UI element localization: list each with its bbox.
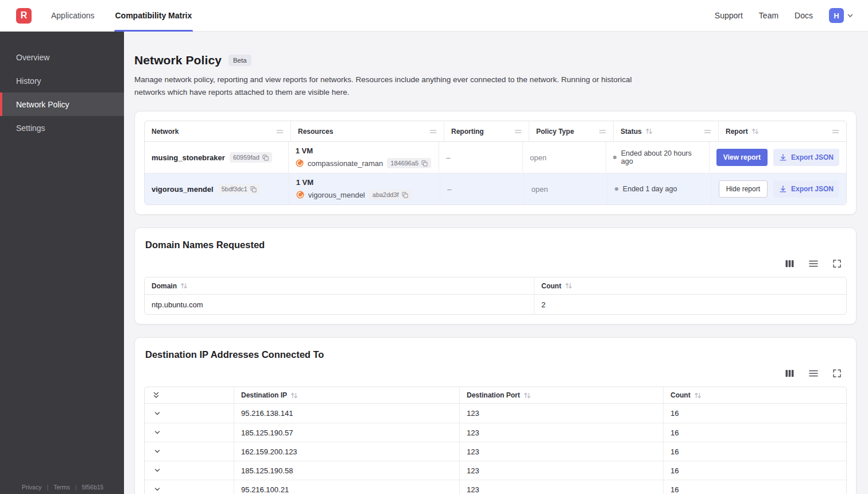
column-header-destination-ip[interactable]: Destination IP bbox=[234, 387, 459, 403]
nav-applications[interactable]: Applications bbox=[51, 0, 95, 32]
row-expander[interactable] bbox=[153, 409, 162, 418]
export-json-label: Export JSON bbox=[791, 185, 834, 193]
column-menu-icon[interactable] bbox=[514, 129, 522, 134]
network-id-badge[interactable]: 60959fad bbox=[230, 152, 272, 163]
sort-icon[interactable] bbox=[180, 283, 188, 289]
export-json-button[interactable]: Export JSON bbox=[773, 180, 839, 198]
column-label: Destination IP bbox=[241, 391, 287, 399]
count-cell: 16 bbox=[663, 461, 846, 480]
column-header-expand-all[interactable] bbox=[145, 387, 234, 403]
chevron-down-icon[interactable] bbox=[154, 448, 161, 455]
sidebar-item-network-policy[interactable]: Network Policy bbox=[0, 92, 124, 116]
report-cell: Hide report Export JSON bbox=[711, 173, 846, 204]
chevron-down-icon[interactable] bbox=[154, 410, 161, 417]
sort-icon[interactable] bbox=[694, 392, 702, 399]
resource-id-badge[interactable]: aba2dd3f bbox=[369, 190, 412, 200]
sort-icon[interactable] bbox=[524, 392, 531, 399]
network-id: 60959fad bbox=[233, 154, 259, 161]
column-header-resources[interactable]: Resources bbox=[290, 121, 444, 141]
expand-cell bbox=[145, 442, 234, 461]
table-row: 185.125.190.58 123 16 bbox=[145, 461, 846, 480]
column-header-policy-type[interactable]: Policy Type bbox=[529, 121, 613, 141]
sidebar-items: Overview History Network Policy Settings bbox=[0, 32, 124, 140]
chevron-down-icon[interactable] bbox=[846, 11, 854, 20]
row-expander[interactable] bbox=[153, 447, 162, 456]
network-id-badge[interactable]: 5bdf3dc1 bbox=[218, 184, 260, 194]
copy-icon[interactable] bbox=[262, 155, 269, 161]
copy-icon[interactable] bbox=[421, 160, 428, 167]
sidebar-item-overview[interactable]: Overview bbox=[0, 45, 124, 69]
nav-support[interactable]: Support bbox=[715, 11, 743, 20]
fullscreen-icon[interactable] bbox=[833, 260, 841, 268]
rows-icon[interactable] bbox=[809, 260, 818, 267]
sidebar-item-settings[interactable]: Settings bbox=[0, 116, 124, 140]
export-json-button[interactable]: Export JSON bbox=[773, 149, 839, 166]
expand-all-icon[interactable] bbox=[153, 391, 160, 399]
column-menu-icon[interactable] bbox=[704, 129, 711, 134]
network-policy-card: Network Resources Reporting Policy Type … bbox=[134, 111, 857, 215]
column-header-count[interactable]: Count bbox=[534, 277, 846, 294]
table-row: 95.216.138.141 123 16 bbox=[145, 404, 846, 423]
chevron-down-icon[interactable] bbox=[154, 486, 161, 493]
column-label: Count bbox=[671, 391, 691, 399]
view-report-button[interactable]: View report bbox=[716, 149, 768, 166]
destination-ip-cell: 185.125.190.58 bbox=[234, 461, 459, 480]
column-menu-icon[interactable] bbox=[276, 129, 284, 134]
sort-icon[interactable] bbox=[290, 392, 298, 399]
column-header-domain[interactable]: Domain bbox=[145, 277, 534, 294]
row-expander[interactable] bbox=[153, 466, 162, 475]
columns-icon[interactable] bbox=[785, 369, 794, 377]
nav-docs[interactable]: Docs bbox=[795, 11, 813, 20]
copy-icon[interactable] bbox=[250, 186, 257, 192]
column-header-network[interactable]: Network bbox=[145, 121, 290, 141]
destination-ip-cell: 95.216.100.21 bbox=[234, 480, 459, 494]
count-cell: 16 bbox=[663, 442, 846, 461]
avatar[interactable]: H bbox=[829, 8, 844, 23]
sort-icon[interactable] bbox=[565, 283, 572, 289]
expand-cell bbox=[145, 423, 234, 442]
column-menu-icon[interactable] bbox=[599, 129, 606, 134]
row-expander[interactable] bbox=[153, 485, 162, 494]
app-logo[interactable]: R bbox=[16, 8, 32, 24]
nav-compatibility-matrix[interactable]: Compatibility Matrix bbox=[115, 0, 192, 32]
download-icon bbox=[779, 153, 787, 161]
column-header-destination-port[interactable]: Destination Port bbox=[459, 387, 663, 403]
card-title: Destination IP Addresses Connected To bbox=[145, 349, 846, 360]
sort-icon[interactable] bbox=[751, 128, 759, 134]
nav-team[interactable]: Team bbox=[759, 11, 778, 20]
sidebar: Overview History Network Policy Settings… bbox=[0, 32, 124, 494]
column-label: Domain bbox=[152, 282, 177, 290]
sort-icon[interactable] bbox=[645, 128, 653, 134]
fullscreen-icon[interactable] bbox=[833, 369, 841, 377]
destination-port-cell: 123 bbox=[459, 480, 663, 494]
resources-cell: 1 VM vigorous_mendel aba2dd3f bbox=[289, 173, 440, 204]
row-expander[interactable] bbox=[153, 428, 162, 437]
privacy-link[interactable]: Privacy bbox=[22, 484, 41, 491]
chevron-down-icon[interactable] bbox=[154, 467, 161, 474]
column-header-count[interactable]: Count bbox=[663, 387, 846, 403]
table-row: musing_stonebraker 60959fad 1 VM compass… bbox=[145, 142, 846, 173]
resource-icon bbox=[296, 159, 304, 167]
chevron-down-icon[interactable] bbox=[154, 429, 161, 436]
column-header-reporting[interactable]: Reporting bbox=[444, 121, 529, 141]
column-menu-icon[interactable] bbox=[429, 129, 437, 134]
column-menu-icon[interactable] bbox=[832, 129, 839, 134]
column-header-status[interactable]: Status bbox=[613, 121, 718, 141]
count-cell: 16 bbox=[663, 480, 846, 494]
rows-icon[interactable] bbox=[809, 370, 818, 377]
sidebar-footer: Privacy | Terms | 5f56b15 bbox=[22, 484, 103, 491]
table-row: vigorous_mendel 5bdf3dc1 1 VM vigorous_m… bbox=[145, 173, 846, 204]
account-menu[interactable]: H bbox=[829, 8, 854, 23]
copy-icon[interactable] bbox=[402, 192, 408, 198]
topbar-right: Support Team Docs H bbox=[715, 8, 854, 23]
table-row: 162.159.200.123 123 16 bbox=[145, 442, 846, 461]
column-label: Destination Port bbox=[467, 391, 520, 399]
column-header-report[interactable]: Report bbox=[718, 121, 846, 141]
column-label: Report bbox=[726, 128, 748, 136]
page-title: Network Policy bbox=[134, 53, 222, 67]
columns-icon[interactable] bbox=[785, 260, 794, 268]
resource-id-badge[interactable]: 184696a5 bbox=[387, 158, 431, 168]
terms-link[interactable]: Terms bbox=[53, 484, 70, 491]
hide-report-button[interactable]: Hide report bbox=[719, 180, 768, 198]
sidebar-item-history[interactable]: History bbox=[0, 69, 124, 92]
